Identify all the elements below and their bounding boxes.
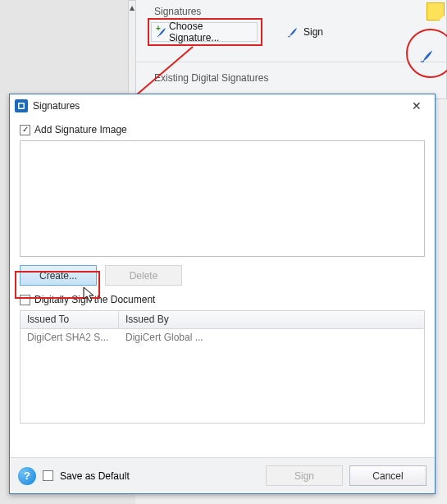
signature-image-area[interactable] (20, 140, 425, 257)
digitally-sign-label: Digitally Sign the Document (34, 294, 155, 305)
choose-signature-button[interactable]: + Choose Signature... (151, 22, 258, 42)
panel-feather-icon[interactable] (420, 48, 433, 61)
add-signature-image-label: Add Signature Image (34, 124, 127, 135)
create-button[interactable]: Create... (20, 265, 97, 286)
choose-signature-label: Choose Signature... (169, 21, 253, 44)
dialog-footer: ? Save as Default Sign Cancel (10, 457, 435, 493)
ribbon-sign-label: Sign (303, 26, 323, 38)
certificate-table[interactable]: Issued To Issued By DigiCert SHA2 S... D… (20, 310, 425, 424)
column-header-issued-by[interactable]: Issued By (119, 311, 424, 328)
cell-issued-by: DigiCert Global ... (119, 329, 424, 347)
ribbon-divider (136, 62, 446, 62)
ribbon-group-label: Signatures (154, 6, 201, 17)
feather-sign-icon (287, 25, 300, 39)
digitally-sign-checkbox[interactable] (20, 295, 30, 305)
svg-rect-2 (20, 104, 24, 108)
cancel-button[interactable]: Cancel (349, 465, 426, 486)
column-header-issued-to[interactable]: Issued To (21, 311, 119, 328)
existing-signatures-label: Existing Digital Signatures (154, 72, 268, 84)
feather-plus-icon: + (156, 25, 169, 39)
add-signature-image-checkbox[interactable] (20, 125, 30, 135)
dialog-titlebar: Signatures ✕ (10, 94, 435, 117)
table-row[interactable]: DigiCert SHA2 S... DigiCert Global ... (21, 329, 424, 347)
delete-button: Delete (105, 265, 182, 286)
cancel-button-label: Cancel (372, 470, 403, 482)
signatures-dialog: Signatures ✕ Add Signature Image Create.… (9, 94, 436, 494)
sign-button-label: Sign (294, 470, 314, 482)
save-default-checkbox[interactable] (43, 470, 53, 481)
dialog-title: Signatures (33, 100, 80, 112)
ribbon-sign-button[interactable]: Sign (287, 22, 336, 42)
delete-button-label: Delete (130, 270, 158, 282)
cell-issued-to: DigiCert SHA2 S... (21, 329, 119, 347)
sign-button: Sign (266, 465, 343, 486)
help-icon[interactable]: ? (18, 467, 36, 485)
save-default-label: Save as Default (60, 470, 130, 482)
dialog-app-icon (15, 99, 28, 112)
close-icon[interactable]: ✕ (404, 97, 430, 115)
create-button-label: Create... (39, 270, 77, 282)
certificate-table-header: Issued To Issued By (21, 311, 424, 329)
scroll-up-arrow[interactable]: ▴ (129, 1, 135, 13)
